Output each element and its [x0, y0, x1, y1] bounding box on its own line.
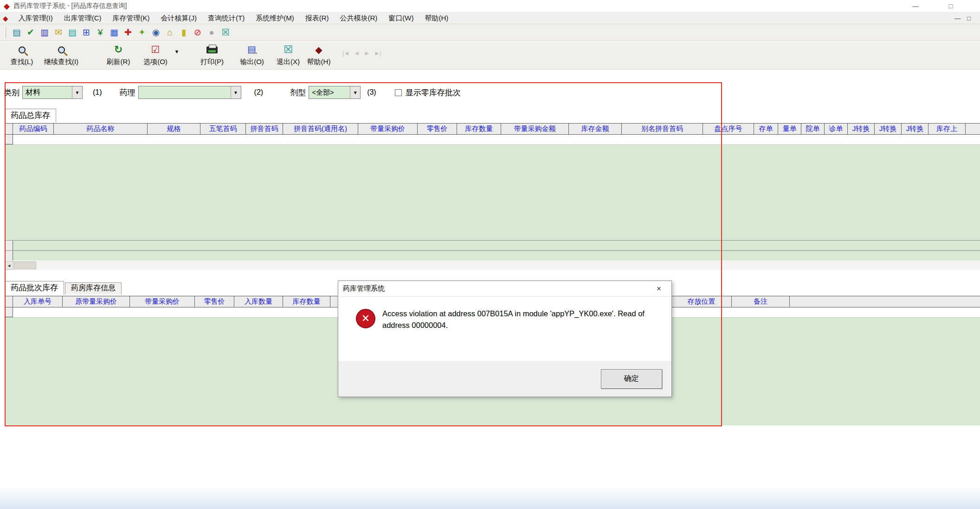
column-header[interactable]: 药品名称 [54, 124, 148, 134]
chevron-down-icon[interactable]: ▼ [231, 86, 241, 98]
mail-check-icon[interactable]: ✉ [52, 26, 65, 39]
column-header[interactable]: J转换 [875, 124, 902, 134]
globe-search-icon[interactable]: ◉ [149, 26, 163, 39]
menu-item[interactable]: 入库管理(I) [13, 13, 58, 24]
block-icon[interactable]: ⊘ [191, 26, 205, 39]
column-header[interactable]: 院单 [801, 124, 825, 134]
column-header[interactable]: 入库单号 [13, 296, 63, 307]
pharmacology-combobox[interactable]: ▼ [138, 86, 241, 99]
options-button[interactable]: ☑ 选项(O) [140, 41, 171, 68]
doc-check-icon[interactable]: ✔ [24, 26, 38, 39]
column-header[interactable]: 带量采购价 [358, 124, 418, 134]
menu-item[interactable]: 报表(R) [300, 13, 335, 24]
mdi-restore-button[interactable]: □ [967, 15, 971, 22]
menu-item[interactable]: 会计核算(J) [155, 13, 203, 24]
column-header[interactable]: J转换 [902, 124, 928, 134]
mdi-child-icon[interactable]: ◆ [3, 15, 8, 22]
clipboard-icon[interactable]: ▤ [65, 26, 79, 39]
nav-prev-button[interactable]: ◄ [354, 50, 359, 57]
nav-next-button[interactable]: ► [364, 50, 369, 57]
row-selector[interactable] [5, 307, 13, 317]
menu-item[interactable]: 系统维护(M) [250, 13, 300, 24]
column-header[interactable]: 药品编码 [13, 124, 54, 134]
column-header[interactable]: 量单 [778, 124, 801, 134]
menu-item[interactable]: 出库管理(C) [58, 13, 107, 24]
top-grid-footer-row [5, 250, 980, 261]
window-title: 西药库管理子系统 - [药品库存信息查询] [13, 2, 127, 10]
column-header[interactable]: 五笔首码 [200, 124, 246, 134]
column-header[interactable]: 带量采购价 [130, 296, 195, 307]
app-window: ◆ 西药库管理子系统 - [药品库存信息查询] — □ ◆ 入库管理(I)出库管… [0, 0, 980, 509]
chevron-down-icon[interactable]: ▼ [350, 86, 360, 98]
menu-item[interactable]: 帮助(H) [419, 13, 454, 24]
column-header[interactable]: 别名拼音首码 [622, 124, 703, 134]
menu-items: 入库管理(I)出库管理(C)库存管理(K)会计核算(J)查询统计(T)系统维护(… [13, 13, 454, 24]
category-combobox[interactable]: 材料 ▼ [22, 86, 83, 99]
menu-item[interactable]: 库存管理(K) [107, 13, 155, 24]
tab-total-stock[interactable]: 药品总库存 [5, 109, 56, 122]
find-button[interactable]: 查找(L) [6, 41, 37, 68]
column-header[interactable]: 备注 [732, 296, 790, 307]
menu-item[interactable]: 查询统计(T) [202, 13, 250, 24]
exit-button[interactable]: ☒ 退出(X) [273, 41, 303, 68]
magnifier-icon [58, 46, 65, 53]
find-next-button[interactable]: 继续查找(I) [37, 41, 85, 68]
card-plus-icon[interactable]: ✚ [121, 26, 135, 39]
chevron-down-icon[interactable]: ▼ [72, 86, 82, 98]
calendar-grid-icon[interactable]: ⊞ [79, 26, 93, 39]
minimize-button[interactable]: — [909, 2, 922, 10]
folder-icon[interactable]: ⌂ [163, 26, 177, 39]
column-header[interactable]: 库存金额 [569, 124, 622, 134]
zero-stock-checkbox[interactable] [395, 89, 402, 96]
column-header[interactable]: J转换 [848, 124, 875, 134]
error-message: Access violation at address 007B015A in … [382, 308, 658, 331]
table-grid-icon[interactable]: ▦ [107, 26, 121, 39]
yen-add-icon[interactable]: ¥ [93, 26, 107, 39]
column-header[interactable]: 存单 [754, 124, 778, 134]
tab-pharmacy-stock[interactable]: 药房库存信息 [65, 282, 122, 294]
column-header[interactable]: 零售价 [195, 296, 234, 307]
column-header[interactable]: 入库数量 [234, 296, 283, 307]
refresh-button[interactable]: ↻ 刷新(R) [103, 41, 134, 68]
ok-button[interactable]: 确定 [601, 369, 662, 389]
key-icon[interactable]: ▮ [177, 26, 191, 39]
polygon-icon[interactable]: ● [205, 26, 219, 39]
close-box-icon[interactable]: ☒ [219, 26, 232, 39]
column-header[interactable]: 规格 [148, 124, 200, 134]
column-header[interactable]: 零售价 [418, 124, 457, 134]
scrollbar-thumb[interactable] [14, 261, 36, 269]
column-header[interactable]: 拼音首码 [246, 124, 283, 134]
column-header[interactable]: 盘点序号 [703, 124, 754, 134]
leaf-search-icon[interactable]: ✦ [135, 26, 149, 39]
column-header[interactable]: 库存数量 [457, 124, 501, 134]
nav-last-button[interactable]: ►| [374, 50, 380, 57]
column-header[interactable]: 原带量采购价 [63, 296, 130, 307]
top-grid-current-row[interactable] [5, 135, 980, 145]
column-header[interactable]: 库存上 [928, 124, 966, 134]
mdi-minimize-button[interactable]: — [954, 15, 961, 22]
column-header[interactable]: 拼音首码(通用名) [283, 124, 358, 134]
help-button[interactable]: ◆ 帮助(H) [303, 41, 334, 68]
horizontal-scrollbar[interactable]: ◄ [5, 261, 980, 270]
row-selector-header [5, 124, 13, 134]
dosage-combobox[interactable]: <全部> ▼ [309, 86, 361, 99]
nav-first-button[interactable]: |◄ [342, 50, 349, 57]
top-grid-body[interactable] [5, 145, 980, 240]
export-button[interactable]: ▤→ 输出(O) [237, 41, 267, 68]
maximize-button[interactable]: □ [944, 2, 958, 10]
tab-batch-stock[interactable]: 药品批次库存 [5, 281, 64, 294]
options-dropdown-arrow[interactable]: ▼ [171, 41, 183, 54]
column-header[interactable]: 库存数量 [283, 296, 330, 307]
column-header[interactable]: 存放位置 [671, 296, 732, 307]
clipboard-arrow-icon[interactable]: ▥ [38, 26, 52, 39]
menu-item[interactable]: 公共模块(R) [335, 13, 383, 24]
row-selector[interactable] [5, 135, 13, 144]
dialog-titlebar[interactable]: 药库管理系统 × [338, 281, 671, 297]
column-header[interactable]: 带量采购金额 [501, 124, 569, 134]
scroll-left-arrow[interactable]: ◄ [5, 261, 13, 270]
doc-import-icon[interactable]: ▤ [10, 26, 24, 39]
close-icon[interactable]: × [651, 284, 667, 294]
print-button[interactable]: 打印(P) [197, 41, 227, 68]
column-header[interactable]: 诊单 [825, 124, 848, 134]
menu-item[interactable]: 窗口(W) [383, 13, 419, 24]
